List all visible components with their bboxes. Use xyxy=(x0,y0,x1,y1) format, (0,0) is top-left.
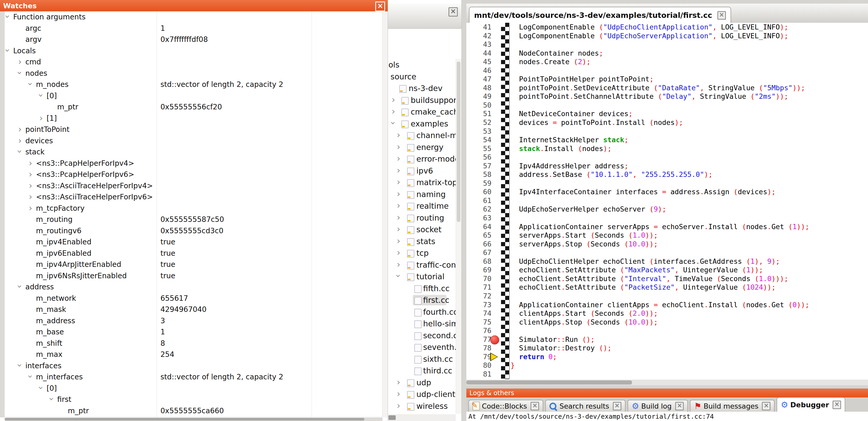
code-line[interactable]: 56 xyxy=(466,153,868,162)
editor-file-tab[interactable]: mnt/dev/tools/source/ns-3-dev/examples/t… xyxy=(469,7,731,23)
chevron-right-icon[interactable]: › xyxy=(395,165,402,175)
code-line[interactable]: 55 stack.Install (nodes); xyxy=(466,144,868,153)
code-line[interactable]: 78 Simulator::Destroy (); xyxy=(466,344,868,353)
line-number[interactable]: 80 xyxy=(466,361,492,369)
line-number[interactable]: 62 xyxy=(466,205,492,213)
watch-row[interactable]: ›stack xyxy=(5,147,382,158)
close-icon[interactable]: × xyxy=(448,7,458,17)
watch-row[interactable]: ›Locals xyxy=(5,45,382,57)
chevron-right-icon[interactable]: › xyxy=(395,189,402,199)
chevron-down-icon[interactable]: › xyxy=(36,92,46,99)
chevron-right-icon[interactable]: › xyxy=(16,135,24,145)
code-line[interactable]: 49 pointToPoint.SetChannelAttribute ("De… xyxy=(466,92,868,101)
watch-row[interactable]: ›pointToPoint xyxy=(5,124,382,135)
line-number[interactable]: 44 xyxy=(466,49,492,57)
line-number[interactable]: 58 xyxy=(466,170,492,179)
watch-row[interactable]: m_shift8 xyxy=(5,338,382,349)
chevron-down-icon[interactable]: › xyxy=(388,119,399,127)
watch-row[interactable]: m_ipv6Enabledtrue xyxy=(5,248,382,259)
tree-item-buildsupport[interactable]: ›buildsupport xyxy=(388,94,456,106)
watch-row[interactable]: m_ipv4ArpJitterEnabledtrue xyxy=(5,259,382,270)
watches-vertical-scrollbar[interactable] xyxy=(382,11,388,417)
tree-item-tcp[interactable]: ›tcp xyxy=(388,247,456,259)
watch-row[interactable]: m_routingv60x5555555cd3c0 xyxy=(5,225,382,237)
chevron-right-icon[interactable]: › xyxy=(27,191,34,202)
code-line[interactable]: 45 nodes.Create (2); xyxy=(466,57,868,66)
tree-item-traffic-contro[interactable]: ›traffic-contro xyxy=(388,259,456,271)
chevron-right-icon[interactable]: › xyxy=(395,377,402,387)
watch-row[interactable]: m_max254 xyxy=(5,349,382,360)
chevron-right-icon[interactable]: › xyxy=(27,158,34,168)
code-line[interactable]: 50 xyxy=(466,101,868,110)
line-number[interactable]: 42 xyxy=(466,32,492,40)
line-number[interactable]: 63 xyxy=(466,214,492,222)
code-line[interactable]: 52 devices = pointToPoint.Install (nodes… xyxy=(466,118,868,127)
tree-item-ns-3-dev[interactable]: ns-3-dev xyxy=(388,83,456,94)
close-icon[interactable]: × xyxy=(717,11,726,20)
line-number[interactable]: 47 xyxy=(466,75,492,83)
watch-row[interactable]: ›[0] xyxy=(5,383,382,394)
scrollbar-thumb[interactable] xyxy=(466,380,632,385)
code-line[interactable]: 66 serverApps.Stop (Seconds (10.0)); xyxy=(466,240,868,249)
line-number[interactable]: 51 xyxy=(466,109,492,118)
tree-item-sixth-cc[interactable]: sixth.cc xyxy=(388,353,456,365)
code-line[interactable]: 48 pointToPoint.SetDeviceAttribute ("Dat… xyxy=(466,84,868,92)
code-line[interactable]: 54 InternetStackHelper stack; xyxy=(466,135,868,144)
tree-item-udp-client-ser[interactable]: ›udp-client-ser xyxy=(388,388,456,400)
watch-row[interactable]: ›[1] xyxy=(5,113,382,124)
watch-row[interactable]: ›m_interfacesstd::vector of length 2, ca… xyxy=(5,371,382,383)
tree-item-tutorial[interactable]: ›tutorial xyxy=(388,271,456,283)
watch-row[interactable]: ›<ns3::AsciiTraceHelperForIpv6> xyxy=(5,191,382,203)
logs-titlebar[interactable]: Logs & others xyxy=(466,389,868,397)
code-line[interactable]: 60 Ipv4InterfaceContainer interfaces = a… xyxy=(466,188,868,196)
tree-item-third-cc[interactable]: third.cc xyxy=(388,365,456,377)
tree-item-energy[interactable]: ›energy xyxy=(388,141,456,153)
tree-item-first-cc[interactable]: first.cc xyxy=(388,294,456,306)
chevron-down-icon[interactable]: › xyxy=(5,13,13,21)
code-line[interactable]: 42 LogComponentEnable ("UdpEchoServerApp… xyxy=(466,32,868,40)
tab-search-results[interactable]: Search results× xyxy=(545,400,625,412)
watch-row[interactable]: ›<ns3::AsciiTraceHelperForIpv4> xyxy=(5,180,382,192)
watch-row[interactable]: m_routing0x555555587c50 xyxy=(5,214,382,226)
line-number[interactable]: 46 xyxy=(466,66,492,75)
chevron-right-icon[interactable]: › xyxy=(395,224,402,234)
code-line[interactable]: 59 xyxy=(466,179,868,188)
tab-build-log[interactable]: ⚙Build log× xyxy=(627,400,688,412)
watches-horizontal-scrollbar[interactable] xyxy=(5,417,382,421)
line-number[interactable]: 59 xyxy=(466,179,492,188)
code-line[interactable]: 74 clientApps.Start (Seconds (2.0)); xyxy=(466,309,868,318)
watch-row[interactable]: argc1 xyxy=(5,23,382,34)
line-number[interactable]: 67 xyxy=(466,248,492,257)
tree-item-udp[interactable]: ›udp xyxy=(388,377,456,389)
line-number[interactable]: 70 xyxy=(466,274,492,283)
watch-row[interactable]: ›devices xyxy=(5,135,382,147)
line-number[interactable]: 55 xyxy=(466,144,492,153)
tree-vertical-scrollbar[interactable] xyxy=(456,59,461,414)
code-line[interactable]: 63 xyxy=(466,214,868,222)
line-number[interactable]: 71 xyxy=(466,283,492,291)
tree-item-seventh-cc[interactable]: seventh.cc xyxy=(388,342,456,353)
chevron-right-icon[interactable]: › xyxy=(395,176,402,187)
watch-row[interactable]: m_network655617 xyxy=(5,293,382,304)
watch-row[interactable]: m_address3 xyxy=(5,315,382,327)
tree-item-fourth-cc[interactable]: fourth.cc xyxy=(388,306,456,318)
line-number[interactable]: 65 xyxy=(466,231,492,239)
chevron-down-icon[interactable]: › xyxy=(5,46,13,54)
chevron-down-icon[interactable]: › xyxy=(15,69,25,77)
code-line[interactable]: 73 ApplicationContainer clientApps = ech… xyxy=(466,300,868,309)
watch-row[interactable]: ›m_nodesstd::vector of length 2, capacit… xyxy=(5,79,382,91)
tree-horizontal-scrollbar[interactable] xyxy=(388,414,456,421)
chevron-right-icon[interactable]: › xyxy=(37,113,45,123)
close-icon[interactable]: × xyxy=(762,402,770,411)
tree-item-ipv6[interactable]: ›ipv6 xyxy=(388,165,456,177)
watch-row[interactable]: ›cmd xyxy=(5,56,382,68)
chevron-right-icon[interactable]: › xyxy=(395,212,402,222)
code-line[interactable]: 76 xyxy=(466,326,868,335)
tab-build-messages[interactable]: ⚑Build messages× xyxy=(690,400,775,412)
chevron-down-icon[interactable]: › xyxy=(15,361,25,369)
tree-item-second-cc[interactable]: second.cc xyxy=(388,330,456,342)
watch-row[interactable]: m_ptr0x55555556cf20 xyxy=(5,101,382,113)
code-line[interactable]: 58 address.SetBase ("10.1.1.0", "255.255… xyxy=(466,170,868,179)
chevron-down-icon[interactable]: › xyxy=(46,395,57,403)
watch-row[interactable]: ›Function arguments xyxy=(5,11,382,23)
